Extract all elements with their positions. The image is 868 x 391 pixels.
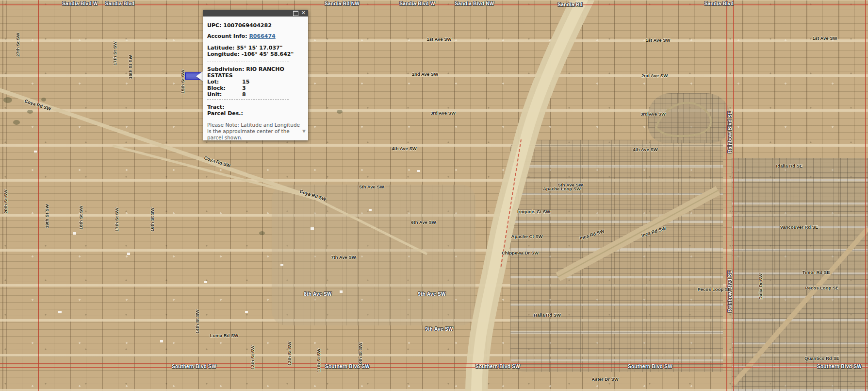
upc-value: 1007069404282	[223, 22, 272, 29]
street-label: Pecos Loop SE	[805, 285, 838, 290]
street-label: Chippewa Dr SW	[502, 250, 539, 255]
street-label: 6th Ave SW	[411, 220, 436, 225]
street-label: 9th Ave SW	[418, 291, 445, 297]
street-label: 16th St SW	[149, 207, 155, 232]
street-label: Timor Rd SE	[802, 270, 830, 275]
street-label: 4th Ave SW	[392, 146, 417, 151]
road-overlay-line	[865, 0, 866, 391]
street-label: Southern Blvd SW	[325, 364, 370, 369]
street-label: 5th Ave SW	[359, 184, 384, 189]
scroll-down-icon[interactable]: ▼	[302, 128, 306, 135]
street-label: Southern Blvd SW	[475, 364, 520, 369]
street-label: 15th St SW	[180, 69, 185, 94]
lot-value: 15	[242, 79, 249, 85]
street-label: 11th St SW	[316, 348, 321, 372]
street-label: Quantico Rd SE	[804, 356, 839, 361]
subdivision-label: Subdivision:	[207, 66, 244, 72]
street-label: 10th St SW	[358, 342, 363, 367]
inca-road	[558, 190, 718, 277]
street-label: Sandia Blvd W	[399, 1, 435, 6]
coya-branch-road	[113, 146, 314, 198]
road-overlay-line	[0, 363, 868, 364]
street-label: 7th Ave SW	[331, 255, 356, 260]
lot-label: Lot:	[207, 79, 242, 85]
popup-pointer	[196, 71, 203, 82]
account-info-link[interactable]: R066474	[249, 33, 275, 39]
separator	[207, 100, 289, 100]
popup-body: UPC: 1007069404282 Account Info: R066474…	[203, 17, 308, 140]
street-label: Sandia Blvd NW	[455, 1, 494, 6]
subdivision-loop	[656, 102, 711, 136]
upc-label: UPC:	[207, 22, 221, 29]
street-label: 1st Ave SW	[426, 36, 451, 42]
unit-row: Unit: 8	[207, 91, 304, 98]
street-label: 1st Ave SW	[812, 35, 837, 41]
street-label: Sandia Rd NW	[325, 1, 360, 6]
street-label: Sandia Blvd	[704, 1, 734, 6]
street-label: 13th St SW	[250, 345, 255, 370]
unit-value: 8	[242, 91, 246, 98]
street-label: 17th St SW	[112, 41, 117, 66]
street-label: 4th Ave SW	[633, 147, 658, 152]
street-label: 27th St SW	[15, 33, 20, 57]
street-label: Southern Blvd SW	[172, 364, 216, 369]
map-canvas[interactable]: Sandia Blvd WSandia BlvdSandia Rd NWSand…	[0, 0, 868, 391]
street-label: Vancouver Rd SE	[780, 224, 819, 230]
unit-label: Unit:	[207, 91, 242, 98]
road-overlay-line	[726, 0, 727, 391]
latitude-label: Latitude:	[207, 45, 234, 51]
street-label: 1st Ave SW	[645, 37, 670, 43]
coya-extension-road	[314, 198, 427, 254]
street-label: Luma Rd SW	[210, 333, 239, 338]
road-overlay-line	[38, 0, 39, 391]
street-label: Apache Loop SW	[543, 186, 581, 191]
street-label: Rainbow Blvd SE	[727, 111, 733, 153]
street-label: Halla Rd SW	[534, 312, 561, 318]
close-icon[interactable]: ✕	[301, 11, 306, 16]
street-label: 16th St SW	[128, 55, 133, 79]
street-label: 8th Ave SW	[304, 291, 331, 297]
street-label: Southern Blvd SW	[817, 364, 862, 369]
street-label: 18th St SW	[78, 205, 83, 230]
street-label: 20th St SW	[3, 189, 8, 214]
diagonal-road-se	[734, 228, 868, 384]
street-label: Sandia Rd	[557, 2, 583, 7]
longitude-value: -106° 45' 58.642"	[242, 51, 294, 57]
road-overlay-line	[733, 0, 734, 391]
maximize-icon[interactable]	[293, 11, 298, 16]
separator	[207, 62, 289, 62]
street-label: 2nd Ave SW	[641, 73, 668, 78]
street-label: Sandia Blvd W	[62, 1, 98, 6]
block-value: 3	[242, 85, 246, 91]
parcel-info-popup: ✕ UPC: 1007069404282 Account Info: R0664…	[203, 10, 308, 140]
scattered-buildings	[34, 151, 420, 342]
arroyo	[476, 0, 585, 391]
street-label: 19th St SW	[44, 204, 49, 228]
road-overlay-line	[0, 367, 868, 368]
latitude-value: 35° 15' 17.037"	[236, 45, 282, 51]
street-label: Idalia Rd SE	[776, 163, 803, 169]
street-label: 3rd Ave SW	[430, 110, 456, 116]
street-label: Dalia Dr SW	[758, 273, 763, 300]
block-label: Block:	[207, 85, 242, 91]
popup-titlebar[interactable]: ✕	[203, 10, 308, 17]
parcel-des-label: Parcel Des.:	[207, 110, 243, 117]
street-label: 9th Ave SW	[425, 326, 453, 332]
block-row: Block: 3	[207, 85, 304, 91]
street-label: 14th St SW	[195, 309, 200, 334]
street-label: Apache Ct SW	[511, 234, 543, 239]
tract-label: Tract:	[207, 104, 224, 110]
street-label: Aster Dr SW	[591, 376, 618, 382]
street-label: 17th St SW	[114, 207, 119, 232]
longitude-label: Longitude:	[207, 51, 240, 57]
street-label: 2nd Ave SW	[412, 71, 438, 77]
street-label: Pecos Loop SE	[697, 287, 731, 292]
street-label: Iroquois Ct SW	[517, 209, 550, 214]
street-label: Southern Blvd SW	[628, 364, 672, 369]
street-label: Sandia Blvd	[105, 1, 135, 6]
lot-row: Lot: 15	[207, 79, 304, 85]
street-label: 12th St SW	[287, 341, 292, 366]
street-label: 3rd Ave SW	[640, 111, 666, 117]
popup-note: Please Note: Latitude and Longitude is t…	[207, 122, 302, 140]
account-info-label: Account Info:	[207, 33, 247, 39]
